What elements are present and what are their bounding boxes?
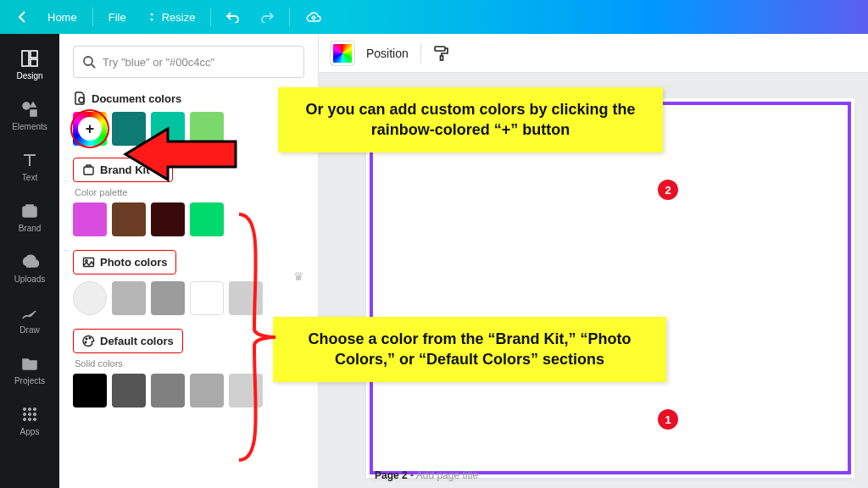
nav-elements[interactable]: Elements (0, 90, 59, 141)
search-icon (82, 55, 96, 69)
svg-point-16 (79, 97, 84, 103)
color-swatch[interactable] (190, 112, 224, 146)
divider (289, 8, 290, 26)
svg-point-13 (28, 418, 31, 420)
color-swatch[interactable] (151, 202, 185, 236)
svg-rect-24 (440, 56, 442, 60)
redo-button[interactable] (252, 6, 282, 28)
svg-rect-4 (31, 110, 36, 116)
canvas-page[interactable] (370, 102, 851, 474)
color-swatch[interactable] (112, 112, 146, 146)
color-swatch[interactable] (190, 202, 224, 236)
fill-color-button[interactable] (331, 42, 354, 65)
color-swatch[interactable] (229, 281, 263, 315)
svg-rect-23 (435, 47, 445, 51)
nav-uploads[interactable]: Uploads (0, 242, 59, 293)
page-label[interactable]: Page 2 - Add page title (375, 469, 478, 481)
nav-draw[interactable]: Draw (0, 293, 59, 344)
document-colors-row: + (73, 112, 304, 146)
divider (210, 8, 211, 26)
nav-brand[interactable]: Brand (0, 191, 59, 242)
svg-point-12 (23, 418, 25, 420)
nav-design[interactable]: Design (0, 39, 59, 90)
color-swatch[interactable] (151, 374, 185, 408)
svg-rect-1 (31, 51, 37, 58)
color-swatch[interactable] (190, 281, 224, 315)
top-menu-bar: Home File Resize (0, 0, 868, 34)
solid-colors-label: Solid colors (75, 358, 304, 369)
color-swatch[interactable] (151, 112, 185, 146)
brand-palette-row (73, 202, 304, 236)
annotation-badge-1: 1 (658, 409, 678, 430)
svg-point-20 (86, 338, 87, 340)
document-colors-heading: Document colors (73, 92, 304, 105)
divider (420, 43, 421, 64)
default-colors-heading[interactable]: Default colors (73, 329, 183, 353)
color-swatch[interactable] (112, 281, 146, 315)
svg-point-9 (23, 413, 25, 415)
color-swatch[interactable] (112, 374, 146, 408)
nav-projects[interactable]: Projects (0, 344, 59, 395)
photo-colors-row (73, 281, 304, 315)
svg-point-11 (33, 413, 36, 415)
photo-icon (82, 256, 95, 269)
svg-point-22 (85, 341, 86, 343)
annotation-callout-1: Choose a color from the “Brand Kit,” “Ph… (273, 317, 666, 382)
color-swatch[interactable] (112, 202, 146, 236)
back-button[interactable] (10, 6, 36, 28)
brand-kit-icon (82, 164, 95, 176)
color-swatch[interactable] (190, 374, 224, 408)
document-icon (73, 92, 86, 105)
paint-roller-icon[interactable] (433, 45, 450, 62)
nav-text[interactable]: Text (0, 141, 59, 191)
annotation-badge-2: 2 (658, 180, 678, 200)
svg-rect-17 (84, 167, 93, 175)
photo-colors-heading[interactable]: Photo colors (73, 250, 176, 274)
context-toolbar: Position (319, 34, 868, 73)
annotation-callout-2: Or you can add custom colors by clicking… (278, 87, 663, 152)
position-button[interactable]: Position (366, 47, 409, 60)
palette-icon (82, 335, 95, 347)
svg-point-14 (33, 418, 36, 420)
svg-point-19 (86, 260, 87, 262)
svg-point-6 (23, 408, 25, 410)
svg-point-21 (89, 337, 91, 339)
divider (92, 8, 93, 26)
file-menu[interactable]: File (100, 6, 135, 29)
add-color-button[interactable]: + (73, 112, 107, 146)
svg-rect-2 (31, 59, 37, 66)
chevron-down-icon (155, 166, 164, 175)
color-swatch[interactable] (73, 374, 107, 408)
svg-point-8 (33, 408, 36, 410)
svg-point-15 (84, 57, 92, 65)
undo-button[interactable] (218, 6, 248, 28)
svg-point-10 (28, 413, 31, 415)
home-button[interactable]: Home (39, 6, 86, 29)
svg-rect-0 (22, 51, 29, 66)
color-swatch[interactable] (73, 202, 107, 236)
search-placeholder: Try "blue" or "#00c4cc" (103, 56, 214, 69)
color-swatch[interactable] (151, 281, 185, 315)
color-swatch[interactable] (229, 374, 263, 408)
brand-kit-dropdown[interactable]: Brand Kit (73, 158, 173, 182)
svg-point-3 (23, 103, 30, 109)
solid-colors-row (73, 374, 304, 408)
resize-menu[interactable]: Resize (138, 6, 204, 29)
color-palette-label: Color palette (75, 187, 304, 197)
color-swatch[interactable] (73, 281, 107, 315)
color-search-input[interactable]: Try "blue" or "#00c4cc" (73, 46, 304, 78)
left-nav-rail: Design Elements Text Brand Uploads Draw … (0, 34, 59, 488)
nav-apps[interactable]: Apps (0, 395, 59, 446)
crown-icon: ♛ (293, 269, 304, 283)
svg-rect-5 (23, 207, 36, 217)
svg-point-7 (28, 408, 31, 410)
cloud-sync-icon[interactable] (297, 6, 331, 28)
